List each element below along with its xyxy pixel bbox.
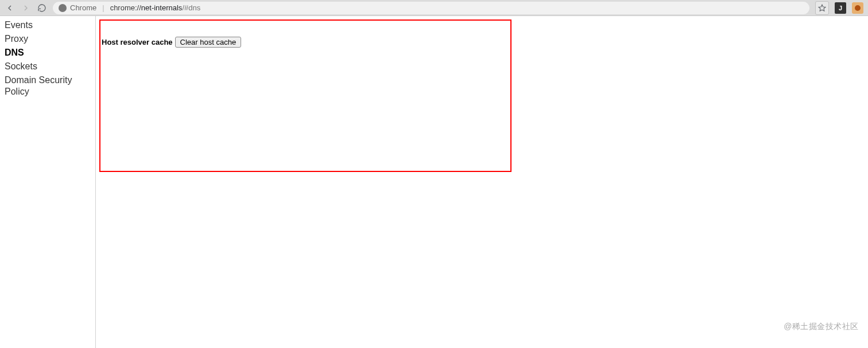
content-area: Host resolver cache Clear host cache <box>96 16 868 348</box>
sidebar-item-sockets[interactable]: Sockets <box>0 60 95 73</box>
forward-button[interactable] <box>21 3 31 13</box>
url-host-strong: net-internals <box>141 3 183 12</box>
url-hash: /#dns <box>182 3 200 12</box>
clear-host-cache-button[interactable]: Clear host cache <box>175 37 242 48</box>
sidebar-item-proxy[interactable]: Proxy <box>0 32 95 46</box>
url-separator: | <box>102 3 104 12</box>
highlight-annotation-box: Host resolver cache Clear host cache <box>99 19 512 172</box>
sidebar-item-events[interactable]: Events <box>0 18 95 32</box>
browser-toolbar: Chrome | chrome://net-internals/#dns J <box>0 0 868 16</box>
back-button[interactable] <box>5 3 15 13</box>
sidebar: Events Proxy DNS Sockets Domain Security… <box>0 16 96 348</box>
host-resolver-row: Host resolver cache Clear host cache <box>100 37 510 48</box>
url-text: chrome://net-internals/#dns <box>110 3 201 12</box>
address-bar[interactable]: Chrome | chrome://net-internals/#dns <box>53 2 809 14</box>
sidebar-item-domain-security-policy[interactable]: Domain Security Policy <box>0 73 95 99</box>
url-origin-label: Chrome <box>70 3 96 12</box>
watermark-text: @稀土掘金技术社区 <box>784 322 859 332</box>
svg-marker-0 <box>819 5 826 11</box>
svg-point-1 <box>855 5 861 11</box>
extension-icon[interactable] <box>852 2 863 14</box>
reload-button[interactable] <box>37 3 47 13</box>
url-scheme: chrome:// <box>110 3 141 12</box>
page-body: Events Proxy DNS Sockets Domain Security… <box>0 16 868 348</box>
host-resolver-cache-label: Host resolver cache <box>102 38 173 46</box>
sidebar-item-dns[interactable]: DNS <box>0 46 95 60</box>
site-info-icon[interactable] <box>59 4 67 12</box>
bookmark-star-button[interactable] <box>815 1 829 15</box>
extension-badge[interactable]: J <box>835 2 846 14</box>
